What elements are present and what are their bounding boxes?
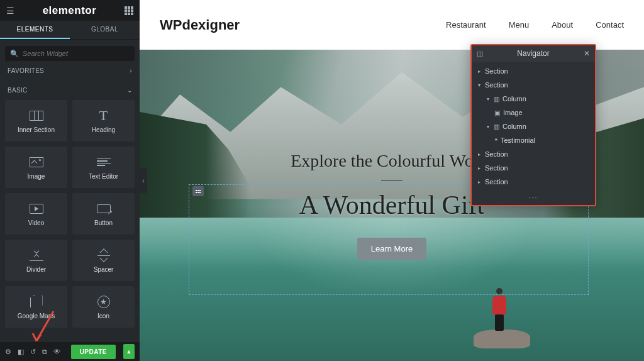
hero-bg-person	[492, 288, 506, 331]
widget-image[interactable]: Image	[5, 147, 67, 188]
inner-section-icon	[30, 109, 43, 123]
nav-about[interactable]: About	[552, 20, 573, 30]
nav-section-3[interactable]: ▸Section	[472, 147, 595, 161]
widget-divider[interactable]: Divider	[5, 240, 67, 281]
caret-down-icon: ▾	[477, 82, 482, 88]
panel-header: ☰ elementor	[0, 0, 140, 21]
nav-restaurant[interactable]: Restaurant	[446, 20, 486, 30]
search-icon: 🔍	[10, 50, 19, 58]
elementor-logo: elementor	[43, 4, 97, 17]
navigator-header[interactable]: ◫ Navigator ✕	[472, 45, 595, 62]
nav-section-4[interactable]: ▸Section	[472, 161, 595, 175]
panel-footer: ⚙ ◧ ↺ ⧉ 👁 UPDATE ▲	[0, 342, 140, 361]
tab-global[interactable]: GLOBAL	[70, 21, 140, 39]
widget-google-maps[interactable]: Google Maps	[5, 286, 67, 328]
dock-icon[interactable]: ◫	[477, 50, 483, 58]
site-nav: Restaurant Menu About Contact	[446, 20, 624, 30]
history-icon[interactable]: ↺	[30, 348, 36, 356]
update-button[interactable]: UPDATE	[71, 345, 116, 359]
image-icon: ▣	[494, 109, 500, 116]
caret-down-icon: ▾	[486, 96, 491, 102]
caret-right-icon: ▸	[477, 179, 482, 185]
hero-title[interactable]: A Wonderful Gift	[299, 190, 484, 220]
tab-elements[interactable]: ELEMENTS	[0, 21, 70, 39]
widget-heading[interactable]: THeading	[72, 100, 135, 142]
close-icon[interactable]: ✕	[584, 49, 590, 58]
navigator-resize-handle[interactable]: ···	[472, 191, 595, 205]
hamburger-icon[interactable]: ☰	[6, 6, 14, 16]
spacer-icon	[97, 248, 110, 262]
text-editor-icon	[97, 155, 111, 169]
column-icon: ▥	[494, 123, 499, 130]
caret-right-icon: ▸	[477, 69, 482, 74]
nav-image-widget[interactable]: ▣Image	[472, 106, 595, 119]
widgets-grid-icon[interactable]	[125, 6, 133, 15]
nav-section-1[interactable]: ▸Section	[472, 64, 595, 78]
panel-tabs: ELEMENTS GLOBAL	[0, 21, 140, 40]
site-brand: WPdexigner	[160, 17, 240, 33]
category-label: FAVORITES	[8, 67, 44, 74]
heading-icon: T	[99, 109, 108, 123]
nav-section-2[interactable]: ▾Section	[472, 78, 595, 92]
settings-icon[interactable]: ⚙	[5, 348, 11, 356]
image-icon	[30, 155, 43, 169]
navigator-title: Navigator	[483, 49, 584, 58]
panel-collapse-handle[interactable]: ‹	[140, 168, 147, 193]
widget-button[interactable]: Button	[72, 193, 135, 235]
navigator-tree: ▸Section ▾Section ▾▥Column ▣Image ▾▥Colu…	[472, 62, 595, 191]
chevron-right-icon: ›	[130, 67, 132, 74]
hero-divider[interactable]	[381, 180, 402, 181]
column-icon: ▥	[494, 96, 499, 103]
google-maps-icon	[30, 295, 43, 309]
update-options-caret[interactable]: ▲	[123, 344, 135, 359]
nav-testimonial-widget[interactable]: ❝Testimonial	[472, 133, 595, 147]
nav-column-2[interactable]: ▾▥Column	[472, 119, 595, 133]
navigator-panel[interactable]: ◫ Navigator ✕ ▸Section ▾Section ▾▥Column…	[470, 44, 596, 206]
elementor-panel: ☰ elementor ELEMENTS GLOBAL 🔍 FAVORITES …	[0, 0, 140, 361]
widget-inner-section[interactable]: Inner Section	[5, 100, 67, 142]
widget-search: 🔍	[5, 46, 135, 61]
caret-right-icon: ▸	[477, 152, 482, 157]
testimonial-icon: ❝	[494, 137, 497, 144]
category-favorites[interactable]: FAVORITES ›	[0, 61, 140, 81]
widget-icon[interactable]: ★Icon	[72, 286, 135, 328]
navigator-toggle-icon[interactable]: ◧	[18, 348, 24, 356]
widget-spacer[interactable]: Spacer	[72, 240, 135, 281]
search-input[interactable]	[5, 46, 135, 61]
responsive-icon[interactable]: ⧉	[42, 348, 47, 356]
hero-subtitle[interactable]: Explore the Colourful World	[291, 151, 493, 171]
video-icon	[30, 202, 43, 216]
widget-list: Inner Section THeading Image Text Editor…	[0, 100, 140, 342]
preview-icon[interactable]: 👁	[53, 348, 60, 355]
star-icon: ★	[97, 295, 110, 309]
caret-down-icon: ▾	[486, 124, 491, 130]
section-drag-handle[interactable]	[192, 186, 204, 196]
chevron-down-icon: ⌄	[127, 87, 132, 94]
divider-icon	[30, 248, 43, 262]
widget-text-editor[interactable]: Text Editor	[72, 147, 135, 188]
hero-bg-rock	[474, 330, 530, 348]
widget-video[interactable]: Video	[5, 193, 67, 235]
hero-cta-button[interactable]: Learn More	[357, 238, 426, 260]
nav-column-1[interactable]: ▾▥Column	[472, 92, 595, 106]
nav-contact[interactable]: Contact	[596, 20, 624, 30]
site-header: WPdexigner Restaurant Menu About Contact	[140, 0, 644, 50]
button-icon	[97, 202, 111, 216]
caret-right-icon: ▸	[477, 165, 482, 171]
nav-section-5[interactable]: ▸Section	[472, 175, 595, 189]
category-basic[interactable]: BASIC ⌄	[0, 81, 140, 100]
nav-menu[interactable]: Menu	[509, 20, 530, 30]
category-label: BASIC	[8, 87, 28, 94]
